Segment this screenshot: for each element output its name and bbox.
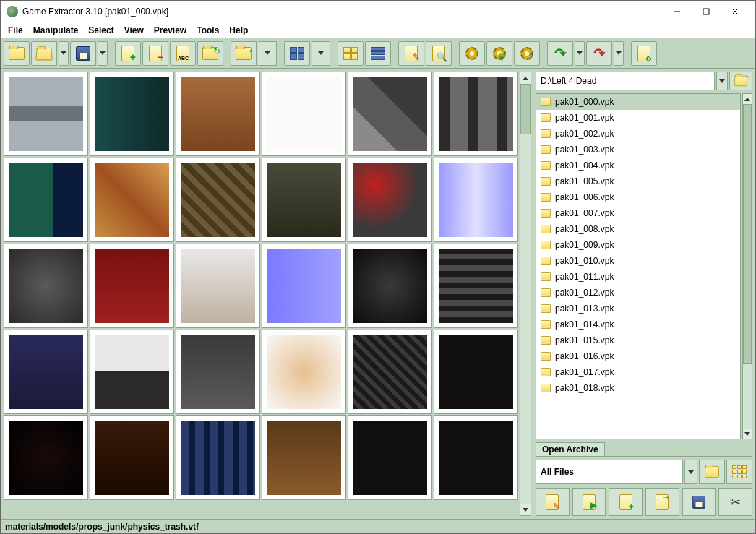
file-item[interactable]: pak01_013.vpk [536,301,740,316]
thumbnail-item[interactable] [434,72,518,156]
file-item[interactable]: pak01_018.vpk [536,380,740,396]
file-item[interactable]: pak01_007.vpk [536,205,740,221]
thumbnail-item[interactable] [348,244,432,328]
thumbnail-item[interactable] [348,158,432,242]
action-btn-3[interactable]: + [609,488,643,516]
menu-tools[interactable]: Tools [197,25,219,35]
save-archive-button[interactable] [70,41,96,66]
file-item[interactable]: pak01_014.vpk [536,316,740,332]
menu-view[interactable]: View [124,25,144,35]
thumbnail-item[interactable] [176,415,260,500]
file-item[interactable]: pak01_017.vpk [536,364,740,380]
menu-preview[interactable]: Preview [154,25,186,35]
tree-view-button[interactable] [365,41,391,66]
file-item[interactable]: pak01_011.vpk [536,269,740,285]
thumbnail-item[interactable] [176,72,260,156]
filter-browse-button[interactable] [699,460,725,484]
thumbnail-item[interactable] [348,330,432,414]
file-list-scrollbar[interactable] [742,93,752,439]
action-btn-4[interactable]: → [645,488,679,516]
save-archive-dropdown[interactable] [98,41,108,66]
rename-file-button[interactable]: ABC [170,41,196,66]
thumbnail-scrollbar[interactable] [520,72,531,516]
run-green-dropdown[interactable] [575,41,585,66]
gear-3-button[interactable]: ? [514,41,540,66]
scrollbar-thumb[interactable] [743,104,752,364]
file-item[interactable]: pak01_010.vpk [536,253,740,269]
thumbnail-item[interactable] [90,72,174,156]
maximize-button[interactable] [692,1,721,22]
file-item[interactable]: pak01_000.vpk [536,94,740,110]
file-item[interactable]: pak01_001.vpk [536,110,740,126]
thumbnail-item[interactable] [262,415,346,500]
thumbnail-item[interactable] [262,330,346,414]
export-dropdown[interactable] [258,41,277,66]
run-red-button[interactable]: ↷ [586,41,612,66]
file-item[interactable]: pak01_002.vpk [536,126,740,142]
minimize-button[interactable] [663,1,692,22]
file-item[interactable]: pak01_003.vpk [536,142,740,158]
file-item[interactable]: pak01_015.vpk [536,332,740,348]
table-view-dropdown[interactable] [312,41,330,66]
thumbnail-item[interactable] [348,415,432,500]
export-button[interactable]: → [231,41,257,66]
hex-view-button[interactable]: ✎ [398,41,424,66]
thumbnail-item[interactable] [90,415,174,500]
action-btn-5[interactable] [682,488,716,516]
thumbnail-item[interactable] [434,244,518,328]
thumbnail-item[interactable] [4,415,88,500]
file-item[interactable]: pak01_004.vpk [536,158,740,173]
new-archive-button[interactable] [4,41,30,66]
file-item[interactable]: pak01_012.vpk [536,285,740,301]
thumbnail-item[interactable] [90,330,174,414]
action-btn-2[interactable]: ▶ [572,488,606,516]
filter-input[interactable]: All Files [536,460,683,484]
thumbnail-item[interactable] [4,72,88,156]
thumbnail-view-button[interactable] [338,41,364,66]
close-button[interactable] [721,1,749,22]
action-btn-1[interactable]: ✎ [536,488,570,516]
path-dropdown[interactable] [716,72,728,90]
file-list[interactable]: pak01_000.vpkpak01_001.vpkpak01_002.vpkp… [536,93,741,439]
table-view-button[interactable] [284,41,310,66]
file-item[interactable]: pak01_006.vpk [536,189,740,205]
options-button[interactable]: ⚙ [631,41,657,66]
menu-help[interactable]: Help [229,25,248,35]
file-item[interactable]: pak01_005.vpk [536,173,740,189]
replace-file-button[interactable]: ↻ [197,41,223,66]
scrollbar-thumb[interactable] [520,84,531,134]
thumbnail-item[interactable] [262,158,346,242]
open-archive-dropdown[interactable] [59,41,69,66]
remove-file-button[interactable]: − [142,41,168,66]
run-red-dropdown[interactable] [614,41,624,66]
scroll-down-icon[interactable] [743,429,752,439]
thumbnail-item[interactable] [262,72,346,156]
gear-2-button[interactable]: 🌳 [486,41,512,66]
thumbnail-item[interactable] [4,158,88,242]
thumbnail-item[interactable] [434,415,518,500]
filter-thumb-button[interactable] [726,460,752,484]
file-item[interactable]: pak01_016.vpk [536,348,740,364]
action-btn-6[interactable]: ✂ [718,488,752,516]
gear-1-button[interactable] [459,41,485,66]
thumbnail-item[interactable] [4,244,88,328]
thumbnail-item[interactable] [90,158,174,242]
thumbnail-item[interactable] [348,72,432,156]
file-item[interactable]: pak01_008.vpk [536,221,740,237]
open-archive-button[interactable] [31,41,57,66]
thumbnail-item[interactable] [176,244,260,328]
scroll-up-icon[interactable] [743,94,752,104]
thumbnail-item[interactable] [434,158,518,242]
thumbnail-item[interactable] [176,330,260,414]
thumbnail-item[interactable] [262,244,346,328]
thumbnail-item[interactable] [90,244,174,328]
filter-dropdown[interactable] [684,460,697,484]
thumbnail-item[interactable] [4,330,88,414]
run-green-button[interactable]: ↷ [547,41,573,66]
file-item[interactable]: pak01_009.vpk [536,237,740,253]
add-file-button[interactable]: + [115,41,141,66]
thumbnail-item[interactable] [434,330,518,414]
menu-select[interactable]: Select [88,25,113,35]
menu-manipulate[interactable]: Manipulate [33,25,79,35]
path-up-button[interactable]: ↑ [729,72,752,90]
